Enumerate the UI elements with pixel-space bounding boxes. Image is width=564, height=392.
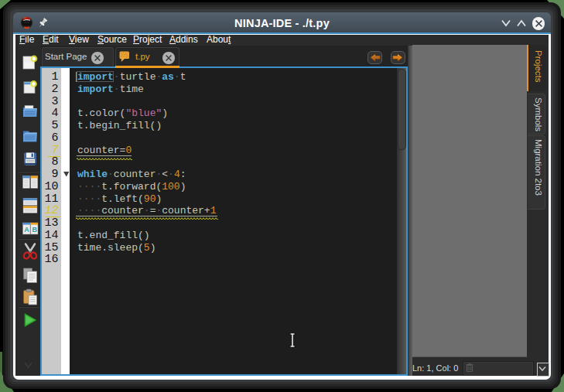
svg-text:B: B <box>32 226 38 233</box>
svg-text:A: A <box>24 226 29 233</box>
